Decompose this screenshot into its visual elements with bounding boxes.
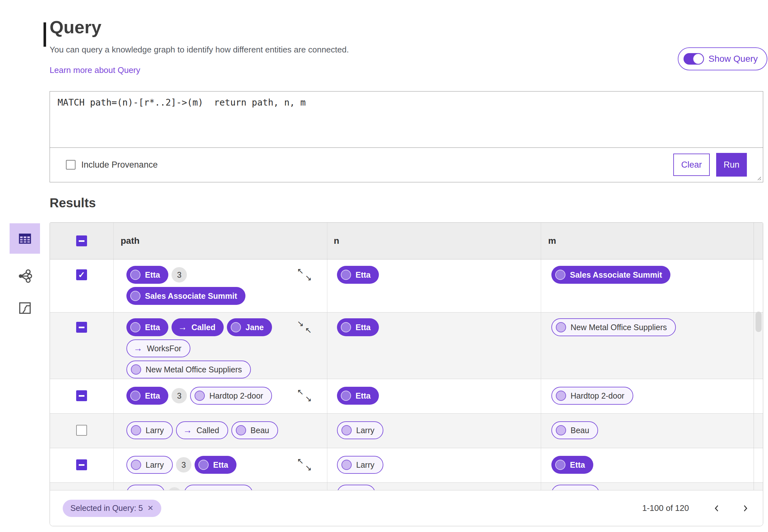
edge-pill[interactable]: →Called <box>176 421 228 439</box>
row-checkbox[interactable] <box>76 322 87 333</box>
graph-view-button[interactable] <box>10 266 40 286</box>
resize-grip-icon[interactable] <box>755 174 762 181</box>
page-title: Query <box>50 17 101 37</box>
node-circle-icon <box>195 391 205 401</box>
node-pill[interactable]: Larry <box>337 421 383 439</box>
pill-label: New Metal Office Suppliers <box>571 323 667 332</box>
row-checkbox[interactable]: ✓ <box>76 269 87 280</box>
node-pill[interactable]: Etta <box>195 456 236 474</box>
node-circle-icon <box>341 322 351 332</box>
table-row: ✓Etta3Sales Associate Summit↖↘EttaSales … <box>50 259 763 313</box>
node-pill[interactable] <box>337 485 375 490</box>
node-pill[interactable]: Sales Associate Summit <box>126 287 245 305</box>
count-badge[interactable]: 3 <box>172 267 187 282</box>
selected-filter-chip: Selected in Query: 5 ✕ <box>63 500 161 517</box>
node-pill[interactable]: Etta <box>126 387 168 405</box>
arrow-icon: → <box>133 344 142 353</box>
map-view-button[interactable] <box>10 298 40 318</box>
pill-label: Beau <box>571 426 589 435</box>
results-heading: Results <box>50 196 96 210</box>
scrollbar-thumb[interactable] <box>756 312 762 332</box>
count-badge[interactable] <box>168 487 181 490</box>
pill-label: Sales Associate Summit <box>145 291 237 301</box>
node-pill[interactable] <box>551 485 599 490</box>
column-header-m: m <box>541 223 763 259</box>
expand-icon[interactable]: ↖↘ <box>297 267 312 282</box>
collapse-icon[interactable]: ↘↖ <box>297 320 312 334</box>
node-circle-icon <box>131 364 141 375</box>
node-pill[interactable]: Larry <box>337 456 383 474</box>
node-pill[interactable]: Etta <box>551 456 593 474</box>
node-pill[interactable]: Larry <box>126 421 173 439</box>
node-circle-icon <box>556 322 566 332</box>
node-pill[interactable] <box>184 485 253 490</box>
node-pill[interactable]: Etta <box>337 266 379 284</box>
query-input[interactable]: MATCH path=(n)-[r*..2]->(m) return path,… <box>50 91 763 148</box>
node-circle-icon <box>555 270 565 280</box>
node-pill[interactable] <box>126 485 165 490</box>
prev-page-button[interactable] <box>711 503 722 514</box>
pill-label: Larry <box>146 460 164 470</box>
pill-label: Beau <box>251 426 269 435</box>
edge-pill[interactable]: →Called <box>172 318 224 336</box>
include-provenance-checkbox[interactable] <box>66 160 76 170</box>
clear-button[interactable]: Clear <box>673 154 710 176</box>
node-circle-icon <box>341 270 351 280</box>
row-checkbox[interactable] <box>76 459 87 470</box>
node-pill[interactable]: Sales Associate Summit <box>551 266 670 284</box>
table-body: ✓Etta3Sales Associate Summit↖↘EttaSales … <box>50 259 763 490</box>
edge-pill[interactable]: →WorksFor <box>126 339 190 357</box>
chip-close-icon[interactable]: ✕ <box>148 504 154 512</box>
next-page-button[interactable] <box>740 503 751 514</box>
row-checkbox[interactable] <box>76 390 87 401</box>
column-header-n: n <box>327 223 541 259</box>
count-badge[interactable]: 3 <box>172 388 187 403</box>
node-circle-icon <box>236 425 246 435</box>
row-checkbox[interactable] <box>76 425 87 436</box>
table-row: Etta3Hardtop 2-door↖↘EttaHardtop 2-door <box>50 379 763 414</box>
table-row: Larry→CalledBeauLarryBeau <box>50 414 763 448</box>
show-query-toggle-button[interactable]: Show Query <box>678 47 767 70</box>
pill-label: Etta <box>213 460 228 470</box>
pill-label: Called <box>196 426 219 435</box>
expand-icon[interactable]: ↖↘ <box>297 388 312 403</box>
pill-label: Etta <box>570 460 585 470</box>
node-pill[interactable]: Etta <box>337 387 379 405</box>
node-pill[interactable]: New Metal Office Suppliers <box>551 318 676 336</box>
node-pill[interactable]: Etta <box>126 266 168 284</box>
node-pill[interactable]: New Metal Office Suppliers <box>126 361 251 378</box>
pill-label: Hardtop 2-door <box>209 391 263 401</box>
map-icon <box>18 301 32 315</box>
toggle-switch-icon[interactable] <box>684 53 704 65</box>
table-view-button[interactable] <box>10 223 40 254</box>
node-pill[interactable]: Etta <box>126 318 168 336</box>
node-circle-icon <box>341 391 351 401</box>
select-all-checkbox[interactable] <box>76 235 87 246</box>
table-row: Etta→CalledJane→WorksForNew Metal Office… <box>50 313 763 379</box>
node-circle-icon <box>130 391 140 401</box>
pill-label: Etta <box>356 323 371 332</box>
pagination-info: 1-100 of 120 <box>642 503 689 513</box>
pill-label: WorksFor <box>147 344 181 353</box>
node-pill[interactable]: Beau <box>231 421 278 439</box>
results-table: path n m ✓Etta3Sales Associate Summit↖↘E… <box>50 222 763 526</box>
node-pill[interactable]: Larry <box>126 456 173 474</box>
node-pill[interactable]: Beau <box>551 421 598 439</box>
expand-icon[interactable]: ↖↘ <box>297 457 312 472</box>
run-button[interactable]: Run <box>716 153 747 177</box>
node-pill[interactable]: Jane <box>227 318 272 336</box>
node-circle-icon <box>130 270 140 280</box>
pill-label: Etta <box>145 323 160 332</box>
scrollbar-track <box>754 223 754 490</box>
page-description: You can query a knowledge graph to ident… <box>50 45 349 55</box>
count-badge[interactable]: 3 <box>176 457 191 472</box>
node-pill[interactable]: Hardtop 2-door <box>551 387 633 405</box>
pill-label: Sales Associate Summit <box>570 270 662 280</box>
node-pill[interactable]: Hardtop 2-door <box>190 387 272 405</box>
pill-label: Jane <box>245 323 264 332</box>
learn-more-link[interactable]: Learn more about Query <box>50 65 140 75</box>
selected-filter-label: Selected in Query: 5 <box>70 504 143 513</box>
node-circle-icon <box>556 391 566 401</box>
node-circle-icon <box>556 425 566 435</box>
node-pill[interactable]: Etta <box>337 318 379 336</box>
